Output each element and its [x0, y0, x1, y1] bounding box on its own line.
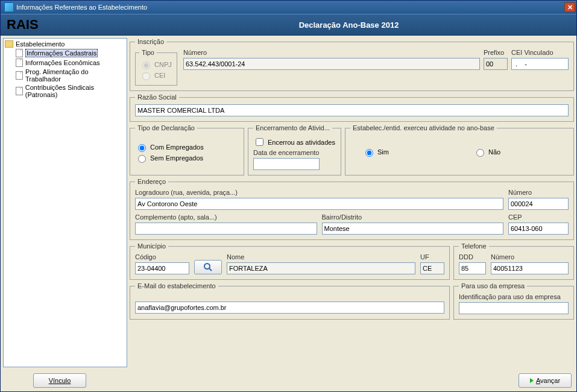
window-title: Informações Referentes ao Estabeleciment…: [16, 4, 564, 11]
tree-item-informacoes-economicas[interactable]: Informações Econômicas: [16, 58, 125, 68]
titlebar: Informações Referentes ao Estabeleciment…: [1, 1, 576, 14]
mun-nome-label: Nome: [227, 253, 415, 261]
tree-item-label: Prog. Alimentação do Trabalhador: [25, 68, 125, 83]
forward-arrow-icon: [530, 378, 534, 383]
body-area: Estabelecimento Informações Cadastrais I…: [1, 36, 576, 370]
radio-cei[interactable]: CEI: [139, 71, 173, 80]
tree-item-prog-alimentacao[interactable]: Prog. Alimentação do Trabalhador: [16, 68, 125, 83]
close-button[interactable]: ✕: [564, 2, 575, 12]
checkbox-input[interactable]: [256, 138, 263, 146]
radio-input[interactable]: [476, 149, 484, 157]
legend: Telefone: [459, 242, 489, 250]
radio-label: CEI: [154, 72, 165, 79]
fieldset-razao-social: Razão Social: [130, 93, 574, 122]
tree-root[interactable]: Estabelecimento: [5, 40, 125, 48]
footer-bar: Vínculo Avançar: [1, 370, 576, 391]
fieldset-endereco: Endereço Logradouro (rua, avenida, praça…: [130, 178, 574, 240]
tel-numero-input[interactable]: [491, 262, 569, 274]
fieldset-municipio: Município Código Nome: [130, 242, 450, 280]
lookup-municipio-button[interactable]: [194, 260, 222, 274]
tree-item-label: Informações Cadastrais: [25, 49, 98, 57]
numero-input[interactable]: [183, 58, 480, 70]
data-encerramento-input[interactable]: [253, 158, 320, 170]
brand-text: RAIS: [7, 17, 127, 33]
radio-input[interactable]: [365, 149, 373, 157]
svg-point-0: [204, 264, 210, 269]
numero-label: Número: [183, 49, 480, 56]
app-window: Informações Referentes ao Estabeleciment…: [0, 0, 577, 392]
radio-nao[interactable]: Não: [473, 147, 500, 157]
data-encerramento-label: Data de encerramento: [253, 149, 336, 156]
radio-label: Sem Empregados: [150, 154, 203, 162]
radio-label: CNPJ: [154, 61, 172, 68]
svg-line-1: [209, 268, 212, 271]
razao-social-input[interactable]: [135, 104, 569, 116]
folder-icon: [5, 40, 13, 48]
fieldset-encerramento: Encerramento de Ativid... Encerrou as at…: [248, 124, 341, 175]
nav-tree: Estabelecimento Informações Cadastrais I…: [3, 38, 127, 367]
mun-nome-input[interactable]: [227, 262, 415, 274]
fieldset-exerceu-atividade: Estabelec./entid. exerceu atividade no a…: [345, 124, 574, 175]
cep-label: CEP: [508, 213, 569, 221]
radio-label: Com Empregados: [150, 144, 204, 151]
mun-uf-input[interactable]: [420, 262, 444, 274]
checkbox-label: Encerrou as atividades: [268, 139, 335, 146]
tree-item-label: Contribuições Sindicais (Patronais): [25, 84, 125, 98]
mun-codigo-input[interactable]: [135, 262, 189, 274]
fieldset-tipo: Tipo CNPJ CEI: [135, 49, 177, 86]
radio-cei-input[interactable]: [142, 72, 150, 80]
tree-item-informacoes-cadastrais[interactable]: Informações Cadastrais: [16, 48, 125, 58]
cei-vinculado-label: CEI Vinculado: [511, 49, 569, 56]
tree-root-label: Estabelecimento: [16, 40, 65, 48]
complemento-label: Complemento (apto, sala...): [135, 213, 317, 221]
check-encerrou[interactable]: Encerrou as atividades: [253, 136, 336, 148]
radio-com-empregados[interactable]: Com Empregados: [135, 142, 239, 152]
ddd-input[interactable]: [459, 262, 486, 274]
radio-label: Não: [488, 148, 500, 156]
page-icon: [16, 71, 23, 80]
legend: Inscrição: [135, 38, 166, 45]
fieldset-tipo-declaracao: Tipo de Declaração Com Empregados Sem Em…: [130, 124, 244, 175]
legend: Tipo de Declaração: [135, 124, 197, 131]
prefixo-input[interactable]: [484, 58, 508, 70]
radio-input[interactable]: [138, 155, 146, 163]
legend: Razão Social: [135, 93, 179, 101]
radio-sim[interactable]: Sim: [362, 147, 389, 157]
fieldset-inscricao: Inscrição Tipo CNPJ CEI: [130, 38, 574, 91]
cep-input[interactable]: [508, 223, 569, 235]
radio-cnpj-input[interactable]: [142, 62, 150, 69]
uso-input[interactable]: [459, 302, 569, 314]
search-icon: [203, 262, 213, 272]
bairro-input[interactable]: [322, 223, 504, 235]
cei-vinculado-input[interactable]: [511, 58, 569, 70]
vinculo-button[interactable]: Vínculo: [33, 373, 86, 388]
ddd-label: DDD: [459, 253, 486, 261]
bairro-label: Bairro/Distrito: [322, 213, 504, 221]
legend: Município: [135, 242, 168, 250]
tree-item-label: Informações Econômicas: [25, 59, 100, 66]
fieldset-email: E-Mail do estabelecimento: [130, 282, 450, 320]
complemento-input[interactable]: [135, 223, 317, 235]
banner: RAIS Declaração Ano-Base 2012: [1, 14, 576, 36]
page-icon: [16, 58, 23, 67]
mun-codigo-label: Código: [135, 253, 189, 261]
app-icon: [4, 2, 14, 12]
close-icon: ✕: [567, 4, 573, 11]
button-label: Avançar: [536, 377, 560, 384]
legend: Endereço: [135, 178, 168, 185]
email-input[interactable]: [135, 302, 444, 314]
form-panel: Inscrição Tipo CNPJ CEI: [130, 38, 574, 367]
radio-cnpj[interactable]: CNPJ: [139, 60, 173, 69]
legend: Tipo: [139, 49, 157, 56]
tree-children: Informações Cadastrais Informações Econô…: [5, 48, 125, 99]
tel-numero-label: Número: [491, 253, 569, 261]
prefixo-label: Prefixo: [484, 49, 508, 56]
end-numero-input[interactable]: [508, 198, 569, 210]
radio-sem-empregados[interactable]: Sem Empregados: [135, 153, 239, 163]
tree-item-contribuicoes-sindicais[interactable]: Contribuições Sindicais (Patronais): [16, 83, 125, 99]
avancar-button[interactable]: Avançar: [519, 373, 572, 388]
logradouro-input[interactable]: [135, 198, 503, 210]
banner-subtitle: Declaração Ano-Base 2012: [127, 21, 570, 30]
radio-input[interactable]: [138, 144, 146, 152]
page-icon: [16, 87, 23, 95]
